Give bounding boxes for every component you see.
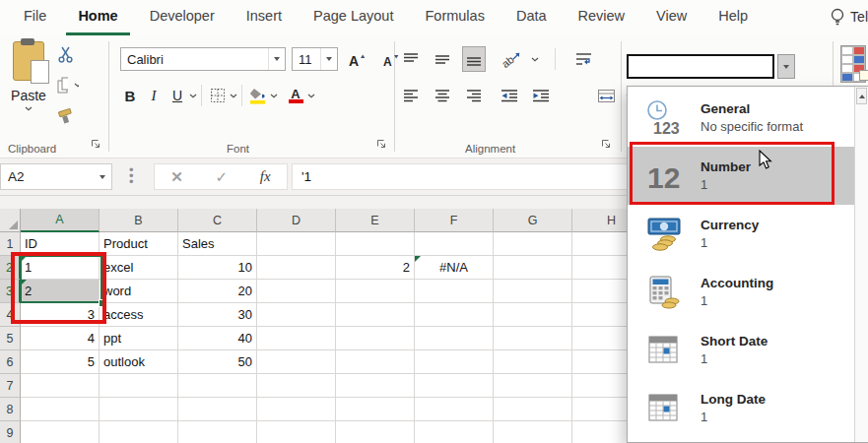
alignment-dialog-launcher[interactable] — [601, 135, 611, 153]
cell-D7[interactable] — [257, 374, 336, 398]
formula-bar-handle[interactable]: ••• — [129, 167, 134, 185]
cell-A3[interactable]: 2 — [21, 280, 100, 303]
select-all-button[interactable] — [0, 209, 21, 232]
cell-F5[interactable] — [415, 327, 494, 350]
row-header-4[interactable]: 4 — [0, 303, 21, 327]
align-bottom-button[interactable] — [462, 46, 486, 72]
conditional-formatting-button[interactable] — [840, 45, 868, 83]
cell-B9[interactable] — [100, 421, 178, 443]
fill-handle[interactable] — [99, 299, 106, 307]
decrease-indent-button[interactable] — [498, 83, 521, 108]
cell-G3[interactable] — [494, 280, 572, 303]
clipboard-dialog-launcher[interactable] — [91, 135, 100, 153]
format-option-short-date[interactable]: Short Date1 — [628, 321, 855, 379]
cell-B2[interactable]: excel — [100, 256, 178, 280]
cell-B3[interactable]: word — [100, 280, 178, 303]
tell-me[interactable]: Tel — [830, 7, 868, 27]
paste-button[interactable]: Paste — [6, 41, 51, 136]
tab-page-layout[interactable]: Page Layout — [298, 0, 409, 35]
cell-E7[interactable] — [336, 374, 415, 398]
format-option-currency[interactable]: Currency1 — [628, 205, 855, 263]
borders-button[interactable] — [206, 83, 230, 108]
cell-B4[interactable]: access — [100, 303, 178, 327]
font-size-dropdown[interactable] — [320, 48, 337, 70]
cell-A2[interactable]: 1 — [21, 256, 100, 280]
dropdown-scrollbar[interactable] — [854, 87, 868, 442]
name-box-dropdown[interactable] — [94, 164, 111, 189]
column-header-C[interactable]: C — [178, 209, 257, 232]
cell-A4[interactable]: 3 — [21, 303, 100, 327]
column-header-A[interactable]: A — [21, 209, 100, 232]
row-header-2[interactable]: 2 — [0, 256, 21, 280]
borders-dropdown-icon[interactable] — [230, 94, 237, 98]
cell-C8[interactable] — [178, 398, 257, 421]
cell-C3[interactable]: 20 — [178, 280, 257, 303]
cell-G5[interactable] — [494, 327, 572, 350]
cell-B8[interactable] — [100, 398, 178, 421]
cell-D2[interactable] — [257, 256, 336, 280]
cell-D8[interactable] — [257, 398, 336, 421]
cancel-button[interactable]: ✕ — [170, 168, 183, 186]
format-option-accounting[interactable]: Accounting1 — [628, 263, 855, 321]
cell-C9[interactable] — [178, 421, 257, 443]
cell-A5[interactable]: 4 — [21, 327, 100, 350]
cut-button[interactable] — [57, 45, 79, 64]
cell-D3[interactable] — [257, 280, 336, 303]
row-header-9[interactable]: 9 — [0, 421, 21, 443]
cell-G9[interactable] — [494, 421, 572, 443]
cell-F7[interactable] — [415, 374, 494, 398]
row-header-8[interactable]: 8 — [0, 398, 21, 421]
number-format-input[interactable] — [627, 54, 774, 79]
cell-D5[interactable] — [257, 327, 336, 350]
column-header-G[interactable]: G — [494, 209, 572, 232]
font-name-dropdown[interactable] — [268, 48, 285, 70]
name-box[interactable]: A2 — [0, 163, 112, 190]
cell-D4[interactable] — [257, 303, 336, 327]
increase-indent-button[interactable] — [529, 83, 553, 108]
cell-C1[interactable]: Sales — [178, 232, 257, 256]
merge-center-button[interactable] — [594, 83, 618, 108]
row-header-7[interactable]: 7 — [0, 374, 21, 398]
tab-review[interactable]: Review — [563, 0, 641, 35]
format-option-general[interactable]: 123GeneralNo specific format — [628, 89, 855, 147]
column-header-B[interactable]: B — [100, 209, 178, 232]
cell-C4[interactable]: 30 — [178, 303, 257, 327]
tab-view[interactable]: View — [640, 0, 702, 35]
format-painter-button[interactable] — [57, 106, 79, 125]
tab-help[interactable]: Help — [702, 0, 764, 35]
cell-E6[interactable] — [336, 350, 415, 374]
underline-dropdown-icon[interactable] — [189, 94, 197, 98]
cell-G8[interactable] — [494, 398, 572, 421]
wrap-text-button[interactable] — [571, 46, 595, 72]
format-option-number[interactable]: 12Number1 — [628, 147, 855, 205]
cell-G6[interactable] — [494, 350, 572, 374]
cell-F6[interactable] — [415, 350, 494, 374]
cell-A9[interactable] — [21, 421, 100, 443]
cell-D9[interactable] — [257, 421, 336, 443]
enter-button[interactable]: ✓ — [216, 168, 229, 186]
align-left-button[interactable] — [399, 83, 423, 108]
cell-E5[interactable] — [336, 327, 415, 350]
orientation-button[interactable]: ab — [500, 46, 523, 72]
italic-button[interactable]: I — [142, 83, 166, 108]
align-center-button[interactable] — [431, 83, 454, 108]
align-top-button[interactable] — [399, 46, 423, 72]
cell-A1[interactable]: ID — [21, 232, 100, 256]
cell-A7[interactable] — [21, 374, 100, 398]
row-header-6[interactable]: 6 — [0, 350, 21, 374]
column-header-E[interactable]: E — [336, 209, 415, 232]
cell-E9[interactable] — [336, 421, 415, 443]
cell-G4[interactable] — [494, 303, 572, 327]
cell-G7[interactable] — [494, 374, 572, 398]
cell-F8[interactable] — [415, 398, 494, 421]
cell-E3[interactable] — [336, 280, 415, 303]
insert-function-button[interactable]: fx — [260, 168, 271, 185]
tab-developer[interactable]: Developer — [134, 0, 231, 35]
font-dialog-launcher[interactable] — [376, 135, 386, 153]
format-option-long-date[interactable]: Long Date1 — [628, 379, 855, 437]
font-color-button[interactable]: A — [284, 83, 307, 108]
cell-D1[interactable] — [257, 232, 336, 256]
align-right-button[interactable] — [462, 83, 486, 108]
tab-file[interactable]: File — [8, 0, 62, 35]
cell-F1[interactable] — [415, 232, 494, 256]
